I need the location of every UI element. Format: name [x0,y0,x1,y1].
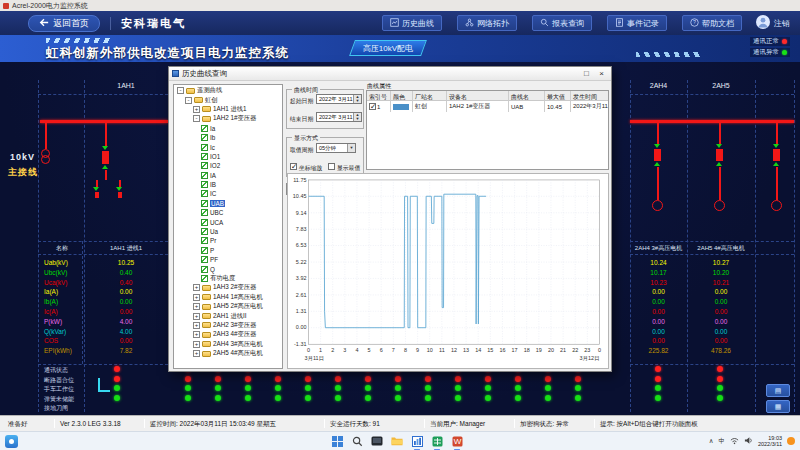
tree-node-label[interactable]: Ib [210,134,215,141]
tree-node-label[interactable]: Pr [210,237,216,244]
tree-expander[interactable]: + [193,106,200,113]
dialog-maximize-button[interactable]: □ [580,68,593,79]
tree-node[interactable]: -1AH2 1#变压器 [174,114,282,123]
tree-expander[interactable]: + [193,294,200,301]
tree-node-label[interactable]: 2AH4 3#高压电机 [213,340,263,349]
tree-node[interactable]: IB [174,180,282,189]
tree-node-label[interactable]: 1AH3 2#变压器 [213,283,256,292]
tree-node[interactable]: IC [174,189,282,198]
tree-node-label[interactable]: UCA [210,219,223,226]
tree-node-label[interactable]: PF [210,256,218,263]
show-extremes-checkbox[interactable] [328,163,335,170]
tree-node-label[interactable]: IC [210,190,216,197]
tree-node[interactable]: Ib [174,133,282,142]
tree-node[interactable]: UBC [174,208,282,217]
axis-zoom-checkbox[interactable] [290,163,297,170]
period-select[interactable]: 05分钟 ▼ [316,143,356,153]
tree-expander[interactable]: + [193,322,200,329]
tree-node-label[interactable]: Ic [210,144,215,151]
tab-hv-10kv[interactable]: 高压10kV配电 [349,40,427,56]
tree-node-label[interactable]: 1AH5 2#高压电机 [213,302,263,311]
tree-node-label[interactable]: P [210,247,214,254]
tree-node-label[interactable]: Ia [210,125,215,132]
curve-row-checkbox[interactable] [369,103,376,110]
start-date-field[interactable]: 2022年 3月11 ▲▼ [316,94,362,104]
tree-node-label[interactable]: UBC [210,209,223,216]
tree-node-label[interactable]: 2AH1 进线II [213,312,247,321]
tree-node[interactable]: +1AH5 2#高压电机 [174,302,282,311]
nav-event-log-button[interactable]: 事件记录 [607,15,667,31]
side-tool-button-1[interactable]: ▤ [766,384,790,397]
user-box[interactable]: 注销 [756,15,790,31]
tree-node-label[interactable]: Ua [210,228,218,235]
tree-expander[interactable]: - [177,87,184,94]
end-date-spinner[interactable]: ▲▼ [353,113,361,121]
tree-expander[interactable]: + [193,331,200,338]
tree-node-label[interactable]: 2AH3 4#变压器 [213,330,256,339]
end-date-field[interactable]: 2022年 3月11 ▲▼ [316,112,362,122]
search-icon[interactable] [350,434,364,448]
side-tool-button-2[interactable]: ▦ [766,400,790,413]
widgets-icon[interactable] [5,435,18,448]
tree-node[interactable]: +1AH4 1#高压电机 [174,293,282,302]
tree-node[interactable]: Q [174,264,282,273]
dialog-titlebar[interactable]: 历史曲线查询 □ × [169,67,611,81]
period-dropdown-arrow[interactable]: ▼ [347,144,355,152]
nav-history-curve-button[interactable]: 历史曲线 [382,15,442,31]
tree-node[interactable]: +1AH3 2#变压器 [174,283,282,292]
tree-node-label[interactable]: 2AH2 3#变压器 [213,321,256,330]
taskbar-clock[interactable]: 19:03 2022/3/11 [758,435,782,448]
tree-node[interactable]: IA [174,171,282,180]
tree-node[interactable]: +2AH5 4#高压电机 [174,349,282,358]
writer-app-icon[interactable]: W [450,434,464,448]
tree-expander[interactable]: - [193,115,200,122]
tree-node[interactable]: PF [174,255,282,264]
tree-node[interactable]: 有功电度 [174,274,282,283]
tree-node[interactable]: -遥测曲线 [174,86,282,95]
tree-node[interactable]: +2AH3 4#变压器 [174,330,282,339]
tree-node[interactable]: Ua [174,227,282,236]
tree-node-label[interactable]: IB [210,181,216,188]
tree-expander[interactable]: + [193,313,200,320]
start-date-spinner[interactable]: ▲▼ [353,95,361,103]
dialog-close-button[interactable]: × [595,68,608,79]
tree-node-label[interactable]: 遥测曲线 [197,86,222,95]
tree-node[interactable]: +2AH1 进线II [174,311,282,320]
file-explorer-icon[interactable] [390,434,404,448]
tree-node-label[interactable]: 有功电度 [210,274,235,283]
tray-chevron[interactable]: ∧ [709,437,714,445]
notification-badge[interactable] [787,437,795,445]
tree-node[interactable]: IO2 [174,161,282,170]
nav-report-query-button[interactable]: 报表查询 [532,15,592,31]
nav-help-docs-button[interactable]: ?帮助文档 [682,15,742,31]
ime-indicator[interactable]: 中 [718,437,725,446]
tree-node-label[interactable]: 2AH5 4#高压电机 [213,349,263,358]
tree-node-label[interactable]: UAB [210,200,225,207]
tree-node-label[interactable]: 1AH1 进线1 [213,105,247,114]
tree-node[interactable]: +2AH2 3#变压器 [174,321,282,330]
tree-node[interactable]: Ia [174,124,282,133]
back-home-button[interactable]: 返回首页 [28,15,100,32]
tree-node[interactable]: -虹创 [174,95,282,104]
volume-icon[interactable] [744,436,753,446]
tree-node[interactable]: P [174,246,282,255]
tree-expander[interactable]: + [193,350,200,357]
tree-expander[interactable]: + [193,341,200,348]
nav-network-topology-button[interactable]: 网络拓扑 [457,15,517,31]
tree-node[interactable]: UCA [174,217,282,226]
tree-expander[interactable]: + [193,303,200,310]
logout-label[interactable]: 注销 [774,18,790,29]
tree-node-label[interactable]: 1AH2 1#变压器 [213,114,256,123]
tree-node-label[interactable]: 1AH4 1#高压电机 [213,293,263,302]
tree-node-label[interactable]: IA [210,172,216,179]
curve-table-cell-index[interactable]: 1 [367,101,391,112]
tree-node[interactable]: Ic [174,142,282,151]
tree-node-label[interactable]: IO1 [210,153,220,160]
tree-expander[interactable]: + [193,284,200,291]
tree-node[interactable]: +1AH1 进线1 [174,105,282,114]
start-button-icon[interactable] [330,434,344,448]
chart-app-icon[interactable] [410,434,424,448]
taskview-icon[interactable] [370,434,384,448]
tree-node[interactable]: Pr [174,236,282,245]
spreadsheet-app-icon[interactable] [430,434,444,448]
